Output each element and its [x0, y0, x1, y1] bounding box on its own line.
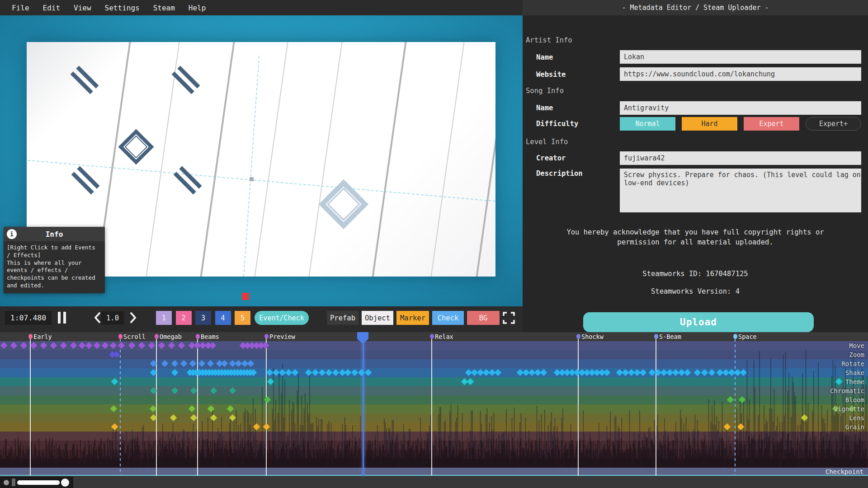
- track-label-lens: Lens: [774, 413, 864, 422]
- name-field[interactable]: Lokan: [620, 50, 861, 64]
- marker-line-beams: [197, 339, 198, 476]
- double-slash-object[interactable]: [71, 166, 99, 195]
- timeline-marker-row[interactable]: EarlyScrollOmegabBeamsPreviewRelaxShockw…: [0, 332, 868, 341]
- zoom-out-dot[interactable]: [4, 480, 9, 485]
- section-title-song-info: Song Info: [526, 87, 564, 95]
- label-creator: Creator: [536, 154, 566, 162]
- marker-dot-shockw[interactable]: [576, 334, 580, 339]
- layer-button-5[interactable]: 5: [235, 311, 250, 325]
- checkpoint-track[interactable]: Checkpoint: [0, 468, 868, 476]
- panel-title: - Metadata Editor / Steam Uploader -: [622, 4, 769, 12]
- marker-line-s-beam: [656, 339, 656, 476]
- playback-toolbar: 1:07.480 1.0 12345 Event/Check PrefabObj…: [0, 306, 523, 332]
- timeline-bottom-bar: [0, 477, 868, 488]
- menu-item-file[interactable]: File: [6, 2, 35, 14]
- mode-button-prefab[interactable]: Prefab: [327, 311, 359, 325]
- slash-bar: [179, 166, 202, 188]
- zoom-slider-track[interactable]: [17, 480, 60, 485]
- mode-button-object[interactable]: Object: [362, 311, 393, 325]
- track-label-shake: Shake: [774, 368, 864, 377]
- marker-dot-preview[interactable]: [264, 334, 269, 339]
- track-label-zoom: Zoom: [774, 350, 864, 359]
- fullscreen-icon[interactable]: [503, 312, 515, 324]
- difficulty-expert-plus[interactable]: Expert+: [806, 117, 861, 131]
- name-field[interactable]: Antigravity: [620, 101, 861, 115]
- info-tooltip-header: i Info: [4, 227, 105, 241]
- track-label-theme: Theme: [774, 377, 864, 386]
- double-slash-object[interactable]: [70, 66, 99, 95]
- marker-label-s-beam: S-Beam: [659, 333, 681, 340]
- grid-line: [472, 42, 495, 277]
- metadata-editor-header: - Metadata Editor / Steam Uploader -: [523, 0, 868, 15]
- marker-line-relax: [431, 339, 432, 476]
- pivot-marker: [250, 177, 254, 181]
- grid-line: [368, 42, 410, 277]
- marker-line-early: [30, 339, 31, 476]
- slash-bar: [71, 71, 93, 94]
- marker-line-shockw: [578, 339, 579, 476]
- track-label-bloom: Bloom: [774, 395, 864, 404]
- checkpoint-label: Checkpoint: [826, 468, 863, 476]
- slash-bar: [76, 66, 99, 88]
- website-field[interactable]: https://www.soundcloud.com/lokanchung: [620, 67, 861, 81]
- speed-value: 1.0: [101, 311, 124, 324]
- grid-line: [427, 42, 468, 277]
- description-field[interactable]: Screw physics. Prepare for chaos. (This …: [620, 169, 861, 212]
- slash-bar: [177, 66, 200, 88]
- timeline-zoom-slider[interactable]: [0, 477, 73, 488]
- diamond-inner-ring: [125, 136, 148, 159]
- info-icon: i: [7, 229, 17, 239]
- event-check-button[interactable]: Event/Check: [255, 311, 309, 325]
- label-name: Name: [536, 104, 553, 112]
- zoom-slider-handle[interactable]: [61, 479, 69, 487]
- label-difficulty: Difficulty: [536, 120, 578, 128]
- grid-line: [305, 42, 346, 277]
- creator-field[interactable]: fujiwara42: [620, 151, 861, 165]
- menu-item-view[interactable]: View: [68, 2, 97, 14]
- steamworks-id: Steamworks ID: 1670487125: [523, 269, 868, 279]
- time-display: 1:07.480: [5, 311, 52, 325]
- layer-button-2[interactable]: 2: [176, 311, 192, 325]
- cursor-tile[interactable]: [242, 293, 249, 300]
- diamond-object[interactable]: [118, 129, 154, 164]
- difficulty-hard[interactable]: Hard: [682, 117, 737, 131]
- layer-button-3[interactable]: 3: [195, 311, 211, 325]
- menu-item-steam[interactable]: Steam: [148, 2, 180, 14]
- layer-button-1[interactable]: 1: [156, 311, 172, 325]
- marker-dot-space[interactable]: [733, 334, 737, 339]
- difficulty-expert[interactable]: Expert: [744, 117, 799, 131]
- pause-icon[interactable]: [58, 312, 61, 324]
- track-label-chromatic: Chromatic: [774, 386, 864, 395]
- difficulty-normal[interactable]: Normal: [620, 117, 675, 131]
- marker-dot-relax[interactable]: [430, 334, 434, 339]
- marker-label-shockw: Shockw: [581, 333, 604, 340]
- double-slash-object[interactable]: [173, 166, 202, 195]
- level-editor-window: FileEditViewSettingsSteamHelp - Metadata…: [0, 0, 868, 488]
- marker-dot-early[interactable]: [28, 334, 33, 339]
- speed-up-button[interactable]: [127, 311, 138, 324]
- mode-button-check[interactable]: Check: [432, 311, 464, 325]
- slash-bar: [77, 166, 99, 188]
- diamond-inner-ring: [327, 188, 360, 221]
- track-label-grain: Grain: [774, 422, 864, 432]
- pause-icon[interactable]: [63, 312, 66, 324]
- marker-dot-s-beam[interactable]: [654, 334, 658, 339]
- marker-dot-omegab[interactable]: [155, 334, 159, 339]
- menu-item-edit[interactable]: Edit: [38, 2, 66, 14]
- marker-line-scroll: [120, 339, 121, 476]
- grid-line: [196, 42, 238, 277]
- menu-item-settings[interactable]: Settings: [99, 2, 145, 14]
- audio-waveform: [0, 341, 868, 468]
- upload-button[interactable]: Upload: [583, 312, 814, 332]
- section-title-level-info: Level Info: [526, 138, 568, 146]
- marker-dot-beams[interactable]: [196, 334, 200, 339]
- metadata-panel: You hereby acknowledge that you have ful…: [523, 15, 868, 332]
- mode-button-bg[interactable]: BG: [467, 311, 500, 325]
- layer-button-4[interactable]: 4: [215, 311, 231, 325]
- menu-item-help[interactable]: Help: [183, 2, 212, 14]
- track-label-vignette: Vignette: [774, 404, 864, 413]
- track-label-rotate: Rotate: [774, 359, 864, 368]
- mode-button-marker[interactable]: Marker: [396, 311, 429, 325]
- event-timeline[interactable]: EarlyScrollOmegabBeamsPreviewRelaxShockw…: [0, 332, 868, 488]
- marker-dot-scroll[interactable]: [118, 334, 123, 339]
